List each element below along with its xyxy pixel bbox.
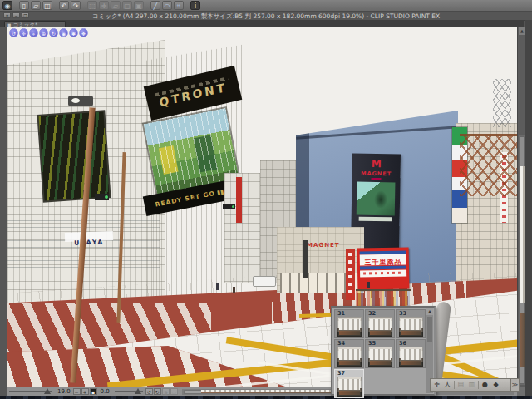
scroll-up-icon[interactable]: ▲: [519, 27, 525, 35]
magnet-logo: M: [372, 158, 382, 170]
construction-truss: [460, 134, 517, 196]
pedestrian: [216, 283, 219, 290]
clip-studio-logo-icon[interactable]: ◉: [2, 1, 12, 10]
material-thumbnail: [368, 317, 392, 337]
scale-rotate-icon: ⬚: [87, 1, 97, 10]
open-file-icon[interactable]: ▱: [31, 1, 41, 10]
street-lamp-head: [68, 96, 93, 106]
snap-ruler-icon[interactable]: ╱: [150, 1, 160, 10]
material-item-35[interactable]: 35: [365, 339, 395, 368]
antenna-tower: [493, 79, 511, 127]
material-number: 31: [337, 310, 345, 317]
signal-pole-right: [303, 240, 308, 278]
close-icon[interactable]: ✕: [3, 12, 11, 18]
rotate-ccw-icon[interactable]: ↺: [145, 388, 153, 395]
magnet-tower-screen: [357, 182, 396, 216]
deselect-icon: ▣: [134, 1, 144, 10]
material-number: 33: [399, 310, 406, 317]
traffic-light-center: [223, 204, 235, 209]
material-item-32[interactable]: 32: [365, 309, 395, 338]
material-item-36[interactable]: 36: [396, 339, 426, 368]
traffic-light-left: [95, 194, 109, 200]
vertical-scrollbar-thumb[interactable]: [519, 135, 525, 385]
zoom-out-icon[interactable]: −: [73, 388, 81, 395]
transform-icon: ▱: [111, 1, 121, 10]
scrollbar-thumb[interactable]: [427, 317, 432, 342]
material-number: 34: [337, 340, 345, 347]
material-number: 35: [368, 340, 376, 347]
undo-icon[interactable]: ↶: [59, 1, 69, 10]
rotate-cw-icon[interactable]: ↻: [154, 388, 161, 395]
material-sphere-icon[interactable]: ●: [480, 380, 490, 390]
object-move-icon[interactable]: ⊕: [39, 28, 48, 37]
window-right-edge: [525, 20, 532, 396]
restore-icon[interactable]: ❐: [22, 12, 29, 18]
magnet-wall-sign-text: MAGNET: [307, 242, 340, 249]
camera-pan-icon[interactable]: ✛: [19, 28, 28, 37]
move-layer-icon: ✛: [99, 1, 109, 10]
light-preset-icon[interactable]: ▥: [467, 380, 476, 390]
reset-view-icon[interactable]: ▭: [170, 388, 178, 395]
magnet-tower-sign-text: MAGNET: [361, 170, 392, 178]
pedestrian: [367, 282, 370, 288]
clip-studio-paint-window: { "window": { "title": "コミック* (A4 297.00…: [0, 0, 532, 399]
vehicle-van: [253, 276, 276, 287]
object-launcher-bar: ✛ 人 ▤ ▥ ● ◆: [430, 378, 510, 392]
material-item-34[interactable]: 34: [334, 339, 364, 368]
object-rotate-icon[interactable]: ↻: [49, 28, 58, 37]
info-icon[interactable]: i: [190, 1, 200, 10]
shop-sign-text: UTAYA: [74, 238, 105, 246]
document-tab-bar: [0, 20, 532, 27]
material-thumbnail: [368, 347, 392, 367]
rotation-value: 0.0: [98, 388, 112, 395]
pedestrian: [233, 287, 235, 293]
material-item-31[interactable]: 31: [334, 309, 364, 338]
document-tab[interactable]: ▪ コミック*: [4, 21, 66, 27]
drugstore-sign: 三千里薬品: [357, 247, 410, 289]
material-thumbnail: [337, 317, 362, 337]
snap-grid-icon[interactable]: ⌗: [174, 1, 184, 10]
window-bottom-strip: [0, 396, 532, 399]
material-item-37-selected[interactable]: 37: [334, 369, 364, 398]
save-file-icon[interactable]: ◫: [42, 1, 52, 10]
materials-grid: 31 32 33 34 35 36 37: [334, 309, 427, 398]
focus-subject-icon[interactable]: ✛: [432, 380, 441, 390]
more-options-icon[interactable]: ≫: [510, 378, 520, 392]
object-snap-icon[interactable]: ◉: [59, 28, 68, 37]
select-area-icon: ▢: [122, 1, 132, 10]
edit-texture-icon[interactable]: ◆: [491, 380, 500, 390]
redo-icon[interactable]: ↷: [71, 1, 81, 10]
new-file-icon[interactable]: ▯: [19, 1, 29, 10]
zoom-in-icon[interactable]: +: [81, 388, 89, 395]
object-control-bar: ↺ ✛ ⌖ ⊕ ↻ ◉ ✱ ❖: [9, 28, 88, 37]
rotation-slider[interactable]: [115, 391, 143, 392]
canvas-left-edge: [0, 27, 7, 396]
zoom-slider-knob[interactable]: [44, 388, 51, 394]
material-number: 36: [399, 340, 406, 347]
scroll-up-icon[interactable]: ▲: [426, 308, 433, 315]
drugstore-sign-text: 三千里薬品: [364, 259, 401, 267]
object-settings-icon[interactable]: ❖: [79, 28, 88, 37]
billboard-left-dark: [39, 111, 110, 200]
pose-mannequin-icon[interactable]: 人: [443, 380, 452, 390]
drugstore-banner-vertical: [346, 249, 355, 300]
main-toolbar: ◉ ▯ ▱ ◫ ↶ ↷ ⬚ ✛ ▱ ▢ ▣ ╱ ◠ ⌗ i: [0, 0, 532, 12]
shop-sign-band: UTAYA: [65, 231, 113, 242]
sign-vertical-red-center: [236, 177, 242, 223]
rotation-slider-knob[interactable]: [135, 388, 141, 394]
canvas-3d-scene[interactable]: QTRONT READY SET GO ▮▮▮▮ UTAYA M MAGNET: [7, 27, 517, 387]
camera-zoom-icon[interactable]: ⌖: [29, 28, 38, 37]
material-number: 37: [337, 370, 345, 377]
material-thumbnail: [337, 347, 362, 367]
object-light-icon[interactable]: ✱: [69, 28, 78, 37]
camera-preset-icon[interactable]: ▤: [456, 380, 466, 390]
fit-screen-icon[interactable]: ▪: [90, 388, 97, 395]
snap-special-ruler-icon[interactable]: ◠: [162, 1, 172, 10]
flip-horizontal-icon[interactable]: ◑: [162, 388, 170, 395]
camera-rotate-icon[interactable]: ↺: [9, 28, 18, 37]
material-number: 32: [368, 310, 376, 317]
zoom-slider[interactable]: [9, 391, 52, 392]
minimize-icon[interactable]: ─: [12, 12, 20, 18]
material-item-33[interactable]: 33: [396, 309, 426, 338]
vertical-scrollbar[interactable]: ▲: [517, 27, 525, 387]
